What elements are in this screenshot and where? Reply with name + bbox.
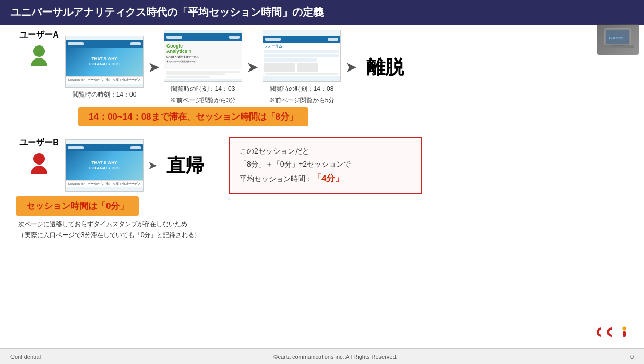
screenshot-b-1: THAT'S WHYCCI ANALYTICS Services for データ… bbox=[65, 139, 144, 192]
caption-a2-1: 閲覧時の時刻：14：03 bbox=[171, 84, 235, 93]
page-title: ユニバーサルアナリティクス時代の「平均セッション時間」の定義 bbox=[10, 5, 324, 19]
user-b-screenshots: THAT'S WHYCCI ANALYTICS Services for データ… bbox=[65, 137, 628, 194]
person-body-a bbox=[31, 58, 47, 66]
session-banner-a-wrap: 14：00~14：08まで滞在、セッション時間は「8分」 bbox=[16, 105, 628, 128]
summary-line2: 「8分」＋「0分」÷2セッションで bbox=[240, 158, 412, 171]
user-a-label: ユーザーA bbox=[18, 30, 60, 41]
ss-main-a2: GoogleAnalytics 4 GA4導入/運用支援サービス 私たちのデータ… bbox=[164, 41, 242, 69]
summary-line3: 平均セッション時間：「4分」 bbox=[240, 171, 412, 187]
ss-header-a3 bbox=[263, 36, 340, 43]
user-a-area: ユーザーA THAT'S WHYCCI ANALYT bbox=[16, 30, 628, 105]
svg-point-5 bbox=[623, 327, 626, 331]
user-b-area: ユーザーB THAT'S WHYCCI ANALYT bbox=[16, 137, 628, 194]
ss-main-a1: THAT'S WHYCCI ANALYTICS bbox=[66, 48, 143, 76]
note-2: （実際に入口ページで3分滞在していても「0分」と記録される） bbox=[16, 231, 628, 240]
forum-row-3 bbox=[264, 58, 317, 62]
screenshot-a-1: THAT'S WHYCCI ANALYTICS Services for データ… bbox=[65, 36, 144, 99]
page-header: ユニバーサルアナリティクス時代の「平均セッション時間」の定義 bbox=[0, 0, 644, 25]
arrow-a-3: ➤ bbox=[345, 60, 357, 75]
caption-a2-2: ※前ページ閲覧から3分 bbox=[170, 96, 236, 105]
forum-row-1 bbox=[264, 50, 339, 53]
svg-rect-6 bbox=[623, 331, 626, 337]
user-b-icon bbox=[26, 150, 52, 177]
caption-a1: 閲覧時の時刻：14：00 bbox=[73, 90, 137, 99]
ss-footer-a3 bbox=[263, 72, 340, 76]
session-banner-a: 14：00~14：08まで滞在、セッション時間は「8分」 bbox=[78, 107, 308, 126]
session-banner-b-wrap: セッション時間はセッション時間は「0分」「0分」 bbox=[16, 194, 628, 218]
footer-center: ©carta communications inc. All Rights Re… bbox=[273, 354, 397, 360]
user-a-icon bbox=[26, 43, 52, 69]
ss-footer-a1: Services for データから「魅」を導く分析サービス bbox=[66, 76, 143, 84]
main-content: ユーザーA THAT'S WHYCCI ANALYT bbox=[0, 25, 644, 245]
exit-label-b: 直帰 bbox=[166, 153, 204, 179]
summary-line3-value: 「4分」 bbox=[313, 173, 344, 183]
exit-label-a: 離脱 bbox=[366, 55, 404, 80]
user-b-label: ユーザーB bbox=[18, 137, 60, 148]
footer-left: Confidential bbox=[10, 354, 41, 360]
ss-text-a2 bbox=[164, 69, 242, 79]
caption-a3-1: 閲覧時の時刻：14：08 bbox=[270, 84, 334, 93]
arrow-a-1: ➤ bbox=[148, 60, 160, 75]
summary-line3-label: 平均セッション時間： bbox=[240, 174, 313, 183]
screenshot-box-a-3: フォーラム bbox=[263, 30, 341, 82]
arrow-b-1: ➤ bbox=[148, 159, 157, 172]
ss-footer-b1: Services for データから「魅」を導く分析サービス bbox=[66, 180, 143, 187]
ss-header-a1 bbox=[66, 40, 143, 48]
person-body-b bbox=[31, 166, 47, 174]
cci-logo bbox=[597, 324, 634, 343]
user-a-info: ユーザーA bbox=[16, 30, 63, 69]
summary-box: この2セッションだと 「8分」＋「0分」÷2セッションで 平均セッション時間：「… bbox=[229, 137, 422, 194]
user-a-screenshots: THAT'S WHYCCI ANALYTICS Services for データ… bbox=[65, 30, 628, 105]
screenshot-box-b-1: THAT'S WHYCCI ANALYTICS Services for データ… bbox=[65, 139, 144, 192]
summary-line1: この2セッションだと bbox=[240, 145, 412, 158]
ss-main-b1: THAT'S WHYCCI ANALYTICS bbox=[66, 151, 143, 180]
forum-row-2 bbox=[264, 54, 339, 57]
screenshot-box-a-2: GoogleAnalytics 4 GA4導入/運用支援サービス 私たちのデータ… bbox=[164, 30, 242, 82]
screenshot-box-a-1: THAT'S WHYCCI ANALYTICS Services for データ… bbox=[65, 36, 144, 88]
arrow-a-2: ➤ bbox=[246, 60, 258, 75]
person-head-a bbox=[33, 45, 45, 57]
session-banner-b: セッション時間はセッション時間は「0分」「0分」 bbox=[16, 196, 139, 216]
ss-header-a2 bbox=[164, 33, 242, 41]
person-head-b bbox=[33, 153, 45, 165]
caption-a3-2: ※前ページ閲覧から5分 bbox=[269, 96, 335, 105]
section-divider bbox=[10, 133, 634, 133]
ss-header-b1 bbox=[66, 144, 143, 151]
screenshot-a-2: GoogleAnalytics 4 GA4導入/運用支援サービス 私たちのデータ… bbox=[164, 30, 242, 105]
user-b-section: ユーザーB THAT'S WHYCCI ANALYT bbox=[10, 137, 634, 240]
note-1: 次ページに遷移しておらずタイムスタンプが存在しないため bbox=[16, 220, 628, 229]
user-a-section: ユーザーA THAT'S WHYCCI ANALYT bbox=[10, 30, 634, 128]
user-b-info: ユーザーB bbox=[16, 137, 63, 177]
screenshot-a-3: フォーラム 閲覧時の時刻：14： bbox=[263, 30, 341, 105]
footer-right: 0 bbox=[630, 354, 634, 360]
page-footer: Confidential ©carta communications inc. … bbox=[0, 348, 644, 364]
